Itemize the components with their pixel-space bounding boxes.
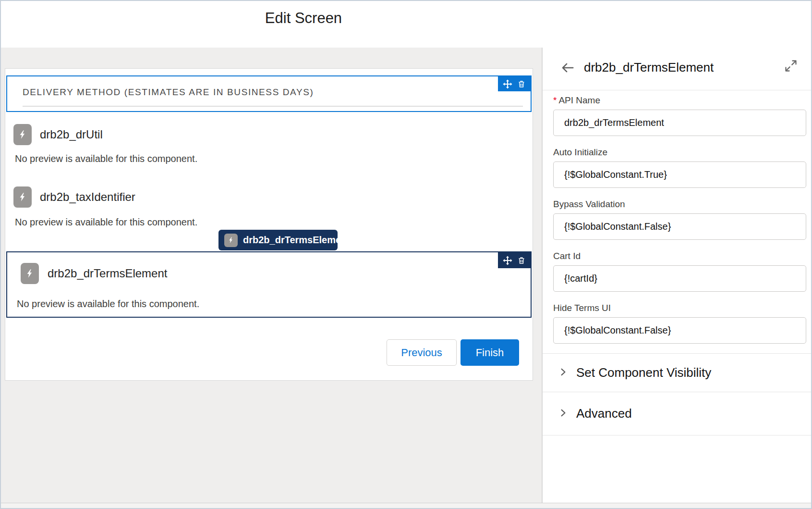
page-title: Edit Screen bbox=[203, 10, 404, 27]
section-label: Set Component Visibility bbox=[576, 365, 711, 380]
previous-button[interactable]: Previous bbox=[387, 339, 457, 366]
canvas-component-section-header[interactable]: DELIVERY METHOD (ESTIMATES ARE IN BUSINE… bbox=[6, 75, 532, 112]
component-properties-panel: drb2b_drTermsElement *API Name Auto Init… bbox=[543, 48, 812, 503]
modal-bottom-edge bbox=[1, 503, 811, 509]
trash-icon[interactable] bbox=[517, 79, 526, 89]
trash-icon[interactable] bbox=[517, 256, 526, 265]
component-preview-text: No preview is available for this compone… bbox=[15, 153, 197, 164]
drag-ghost-badge[interactable]: drb2b_drTermsElement bbox=[218, 230, 338, 250]
panel-header: drb2b_drTermsElement bbox=[543, 48, 812, 90]
field-label: *API Name bbox=[553, 95, 806, 106]
canvas-footer: Previous Finish bbox=[387, 339, 519, 366]
back-arrow-icon[interactable] bbox=[560, 61, 576, 76]
lightning-bolt-icon bbox=[13, 124, 32, 145]
chevron-right-icon bbox=[559, 368, 568, 378]
section-advanced[interactable]: Advanced bbox=[543, 392, 812, 435]
field-api-name: *API Name bbox=[553, 95, 806, 136]
canvas-component-drtermselement[interactable]: drb2b_drTermsElement No preview is avail… bbox=[6, 251, 532, 318]
chevron-right-icon bbox=[559, 409, 568, 419]
component-name-drutil[interactable]: drb2b_drUtil bbox=[40, 124, 103, 145]
hide-terms-ui-input[interactable] bbox=[553, 317, 806, 344]
move-icon[interactable] bbox=[503, 79, 512, 89]
screen-canvas[interactable]: DELIVERY METHOD (ESTIMATES ARE IN BUSINE… bbox=[5, 68, 533, 381]
expand-icon[interactable] bbox=[784, 59, 799, 74]
modal-header: Edit Screen bbox=[1, 1, 811, 48]
component-name-taxidentifier[interactable]: drb2b_taxIdentifier bbox=[40, 186, 135, 208]
field-cart-id: Cart Id bbox=[553, 251, 806, 292]
section-divider bbox=[543, 435, 812, 435]
section-set-component-visibility[interactable]: Set Component Visibility bbox=[543, 354, 812, 392]
finish-button[interactable]: Finish bbox=[461, 339, 519, 366]
lightning-bolt-icon bbox=[13, 186, 32, 208]
move-icon[interactable] bbox=[503, 256, 512, 265]
field-hide-terms-ui: Hide Terms UI bbox=[553, 303, 806, 344]
required-mark: * bbox=[553, 95, 557, 105]
lightning-bolt-icon bbox=[224, 234, 238, 247]
field-bypass-validation: Bypass Validation bbox=[553, 199, 806, 240]
auto-initialize-input[interactable] bbox=[553, 161, 806, 188]
edit-screen-modal: Edit Screen DELIVERY METHOD (ESTIMATES A… bbox=[0, 0, 812, 509]
component-name-drtermselement: drb2b_drTermsElement bbox=[48, 263, 167, 284]
cart-id-input[interactable] bbox=[553, 265, 806, 292]
component-action-badge bbox=[498, 252, 531, 268]
field-label: Hide Terms UI bbox=[553, 303, 806, 313]
field-label: Auto Initialize bbox=[553, 147, 806, 158]
bypass-validation-input[interactable] bbox=[553, 213, 806, 240]
drag-ghost-label: drb2b_drTermsElement bbox=[243, 235, 350, 246]
component-preview-text: No preview is available for this compone… bbox=[15, 217, 197, 228]
component-action-badge bbox=[498, 76, 531, 91]
lightning-bolt-icon bbox=[21, 263, 39, 284]
section-label: Advanced bbox=[576, 406, 632, 421]
field-auto-initialize: Auto Initialize bbox=[553, 147, 806, 188]
field-group: *API Name Auto Initialize Bypass Validat… bbox=[553, 95, 806, 355]
field-label: Cart Id bbox=[553, 251, 806, 261]
section-header-rule bbox=[23, 106, 523, 107]
section-header-label: DELIVERY METHOD (ESTIMATES ARE IN BUSINE… bbox=[23, 87, 314, 98]
panel-title: drb2b_drTermsElement bbox=[584, 60, 714, 75]
api-name-input[interactable] bbox=[553, 110, 806, 136]
field-label: Bypass Validation bbox=[553, 199, 806, 210]
component-preview-text: No preview is available for this compone… bbox=[17, 298, 199, 310]
